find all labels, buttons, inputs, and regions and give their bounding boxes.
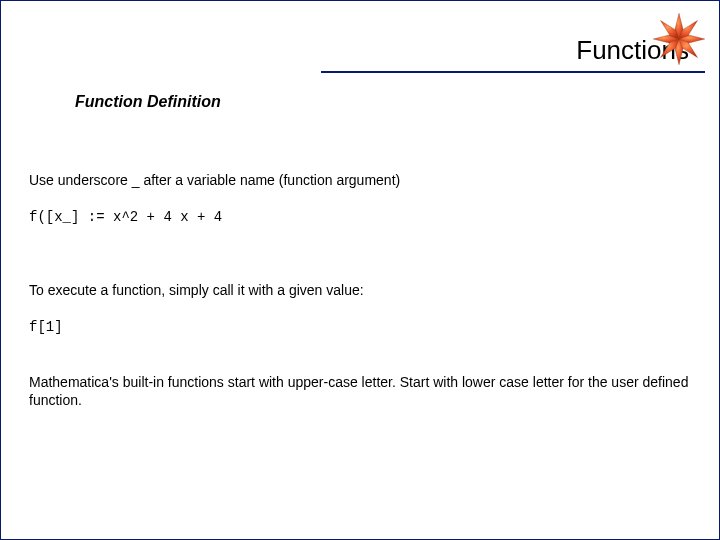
section-subtitle: Function Definition [75,93,221,111]
code-definition: f([x_] := x^2 + 4 x + 4 [29,208,691,227]
code-call: f[1] [29,318,691,337]
paragraph-intro: Use underscore _ after a variable name (… [29,171,691,190]
title-underline [321,71,705,73]
paragraph-note: Mathematica's built-in functions start w… [29,373,691,411]
body-content: Use underscore _ after a variable name (… [29,171,691,428]
slide-frame: Functions [0,0,720,540]
header: Functions [1,1,719,73]
mathematica-spikey-icon [651,11,707,67]
paragraph-execute: To execute a function, simply call it wi… [29,281,691,300]
